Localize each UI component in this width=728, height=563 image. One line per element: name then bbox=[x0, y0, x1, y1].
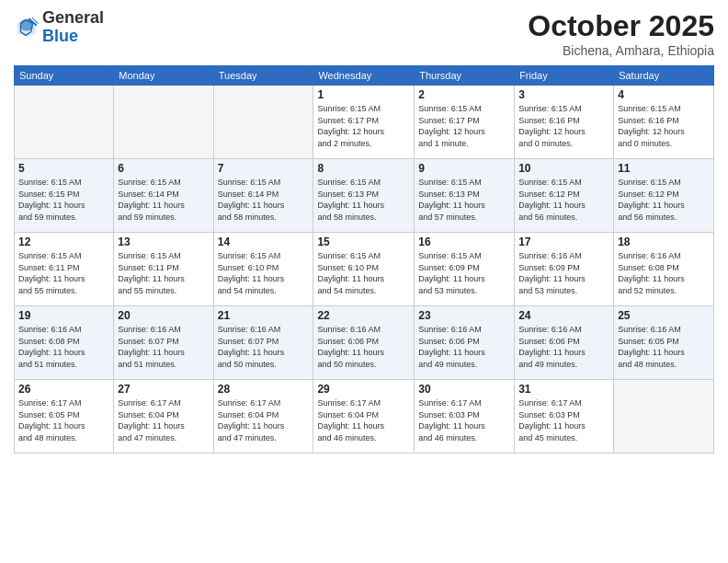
day-info: Sunrise: 6:16 AM Sunset: 6:08 PM Dayligh… bbox=[618, 250, 710, 296]
calendar-cell: 5Sunrise: 6:15 AM Sunset: 6:15 PM Daylig… bbox=[15, 159, 114, 233]
day-info: Sunrise: 6:16 AM Sunset: 6:07 PM Dayligh… bbox=[218, 324, 310, 370]
weekday-header-row: SundayMondayTuesdayWednesdayThursdayFrid… bbox=[15, 66, 714, 86]
day-info: Sunrise: 6:15 AM Sunset: 6:13 PM Dayligh… bbox=[418, 177, 510, 223]
calendar-cell: 12Sunrise: 6:15 AM Sunset: 6:11 PM Dayli… bbox=[15, 233, 114, 306]
calendar-cell: 4Sunrise: 6:15 AM Sunset: 6:16 PM Daylig… bbox=[614, 86, 714, 159]
day-number: 13 bbox=[118, 236, 209, 248]
calendar-cell: 31Sunrise: 6:17 AM Sunset: 6:03 PM Dayli… bbox=[515, 380, 614, 454]
day-info: Sunrise: 6:15 AM Sunset: 6:17 PM Dayligh… bbox=[317, 103, 410, 149]
calendar-cell: 2Sunrise: 6:15 AM Sunset: 6:17 PM Daylig… bbox=[415, 86, 515, 159]
day-info: Sunrise: 6:15 AM Sunset: 6:13 PM Dayligh… bbox=[317, 177, 410, 223]
day-number: 30 bbox=[418, 383, 510, 396]
calendar-cell: 14Sunrise: 6:15 AM Sunset: 6:10 PM Dayli… bbox=[213, 233, 313, 306]
day-number: 23 bbox=[418, 309, 510, 322]
day-number: 31 bbox=[518, 383, 609, 396]
day-info: Sunrise: 6:15 AM Sunset: 6:17 PM Dayligh… bbox=[418, 103, 510, 149]
calendar-cell: 26Sunrise: 6:17 AM Sunset: 6:05 PM Dayli… bbox=[15, 380, 114, 454]
day-info: Sunrise: 6:15 AM Sunset: 6:11 PM Dayligh… bbox=[118, 250, 209, 296]
logo-text: General Blue bbox=[42, 9, 104, 46]
calendar-cell: 24Sunrise: 6:16 AM Sunset: 6:06 PM Dayli… bbox=[515, 306, 614, 380]
calendar-week-3: 12Sunrise: 6:15 AM Sunset: 6:11 PM Dayli… bbox=[15, 233, 714, 306]
day-number: 9 bbox=[418, 162, 510, 175]
calendar-cell: 7Sunrise: 6:15 AM Sunset: 6:14 PM Daylig… bbox=[213, 159, 313, 233]
logo-icon bbox=[14, 15, 40, 40]
day-info: Sunrise: 6:17 AM Sunset: 6:04 PM Dayligh… bbox=[317, 397, 410, 443]
calendar-cell: 1Sunrise: 6:15 AM Sunset: 6:17 PM Daylig… bbox=[313, 86, 415, 159]
calendar-cell: 21Sunrise: 6:16 AM Sunset: 6:07 PM Dayli… bbox=[213, 306, 313, 380]
calendar-cell bbox=[614, 380, 714, 454]
day-info: Sunrise: 6:15 AM Sunset: 6:14 PM Dayligh… bbox=[218, 177, 310, 223]
weekday-header-friday: Friday bbox=[515, 66, 614, 86]
day-info: Sunrise: 6:17 AM Sunset: 6:04 PM Dayligh… bbox=[118, 397, 209, 443]
day-number: 24 bbox=[518, 309, 609, 322]
day-info: Sunrise: 6:16 AM Sunset: 6:09 PM Dayligh… bbox=[518, 250, 609, 296]
calendar-cell: 6Sunrise: 6:15 AM Sunset: 6:14 PM Daylig… bbox=[114, 159, 213, 233]
day-number: 3 bbox=[518, 88, 609, 101]
month-title: October 2025 bbox=[528, 9, 714, 43]
calendar-cell: 20Sunrise: 6:16 AM Sunset: 6:07 PM Dayli… bbox=[114, 306, 213, 380]
day-number: 22 bbox=[317, 309, 410, 322]
calendar-cell: 13Sunrise: 6:15 AM Sunset: 6:11 PM Dayli… bbox=[114, 233, 213, 306]
calendar-week-4: 19Sunrise: 6:16 AM Sunset: 6:08 PM Dayli… bbox=[15, 306, 714, 380]
day-info: Sunrise: 6:16 AM Sunset: 6:06 PM Dayligh… bbox=[418, 324, 510, 370]
location: Bichena, Amhara, Ethiopia bbox=[528, 43, 714, 58]
calendar-body: 1Sunrise: 6:15 AM Sunset: 6:17 PM Daylig… bbox=[15, 86, 714, 454]
calendar-week-5: 26Sunrise: 6:17 AM Sunset: 6:05 PM Dayli… bbox=[15, 380, 714, 454]
day-info: Sunrise: 6:15 AM Sunset: 6:09 PM Dayligh… bbox=[418, 250, 510, 296]
day-number: 18 bbox=[618, 236, 710, 248]
day-number: 19 bbox=[18, 309, 109, 322]
day-number: 11 bbox=[618, 162, 710, 175]
day-number: 16 bbox=[418, 236, 510, 248]
day-number: 15 bbox=[317, 236, 410, 248]
calendar-cell: 27Sunrise: 6:17 AM Sunset: 6:04 PM Dayli… bbox=[114, 380, 213, 454]
calendar-cell bbox=[15, 86, 114, 159]
day-info: Sunrise: 6:15 AM Sunset: 6:10 PM Dayligh… bbox=[317, 250, 410, 296]
calendar-cell: 15Sunrise: 6:15 AM Sunset: 6:10 PM Dayli… bbox=[313, 233, 415, 306]
day-number: 29 bbox=[317, 383, 410, 396]
weekday-header-wednesday: Wednesday bbox=[313, 66, 415, 86]
weekday-header-thursday: Thursday bbox=[415, 66, 515, 86]
day-number: 27 bbox=[118, 383, 209, 396]
day-info: Sunrise: 6:16 AM Sunset: 6:06 PM Dayligh… bbox=[317, 324, 410, 370]
calendar-cell bbox=[114, 86, 213, 159]
logo-general: General bbox=[42, 9, 104, 28]
day-info: Sunrise: 6:17 AM Sunset: 6:03 PM Dayligh… bbox=[418, 397, 510, 443]
weekday-header-sunday: Sunday bbox=[15, 66, 114, 86]
day-info: Sunrise: 6:16 AM Sunset: 6:06 PM Dayligh… bbox=[518, 324, 609, 370]
calendar-cell: 22Sunrise: 6:16 AM Sunset: 6:06 PM Dayli… bbox=[313, 306, 415, 380]
day-number: 25 bbox=[618, 309, 710, 322]
calendar-cell: 30Sunrise: 6:17 AM Sunset: 6:03 PM Dayli… bbox=[415, 380, 515, 454]
title-block: October 2025 Bichena, Amhara, Ethiopia bbox=[528, 9, 714, 58]
day-info: Sunrise: 6:17 AM Sunset: 6:03 PM Dayligh… bbox=[518, 397, 609, 443]
logo: General Blue bbox=[14, 9, 104, 46]
calendar-cell: 28Sunrise: 6:17 AM Sunset: 6:04 PM Dayli… bbox=[213, 380, 313, 454]
calendar-cell: 10Sunrise: 6:15 AM Sunset: 6:12 PM Dayli… bbox=[515, 159, 614, 233]
day-number: 1 bbox=[317, 88, 410, 101]
day-number: 12 bbox=[18, 236, 109, 248]
day-info: Sunrise: 6:15 AM Sunset: 6:16 PM Dayligh… bbox=[618, 103, 710, 149]
weekday-header-saturday: Saturday bbox=[614, 66, 714, 86]
day-info: Sunrise: 6:15 AM Sunset: 6:12 PM Dayligh… bbox=[518, 177, 609, 223]
day-number: 7 bbox=[218, 162, 310, 175]
calendar-week-2: 5Sunrise: 6:15 AM Sunset: 6:15 PM Daylig… bbox=[15, 159, 714, 233]
day-info: Sunrise: 6:15 AM Sunset: 6:12 PM Dayligh… bbox=[618, 177, 710, 223]
day-info: Sunrise: 6:15 AM Sunset: 6:14 PM Dayligh… bbox=[118, 177, 209, 223]
calendar-week-1: 1Sunrise: 6:15 AM Sunset: 6:17 PM Daylig… bbox=[15, 86, 714, 159]
day-number: 6 bbox=[118, 162, 209, 175]
calendar-cell: 8Sunrise: 6:15 AM Sunset: 6:13 PM Daylig… bbox=[313, 159, 415, 233]
day-info: Sunrise: 6:15 AM Sunset: 6:15 PM Dayligh… bbox=[18, 177, 109, 223]
day-number: 17 bbox=[518, 236, 609, 248]
day-info: Sunrise: 6:16 AM Sunset: 6:07 PM Dayligh… bbox=[118, 324, 209, 370]
header: General Blue October 2025 Bichena, Amhar… bbox=[14, 9, 714, 58]
day-info: Sunrise: 6:16 AM Sunset: 6:08 PM Dayligh… bbox=[18, 324, 109, 370]
weekday-header-tuesday: Tuesday bbox=[213, 66, 313, 86]
day-number: 21 bbox=[218, 309, 310, 322]
calendar-cell: 19Sunrise: 6:16 AM Sunset: 6:08 PM Dayli… bbox=[15, 306, 114, 380]
day-number: 20 bbox=[118, 309, 209, 322]
day-number: 28 bbox=[218, 383, 310, 396]
day-info: Sunrise: 6:15 AM Sunset: 6:11 PM Dayligh… bbox=[18, 250, 109, 296]
day-number: 26 bbox=[18, 383, 109, 396]
calendar-cell: 25Sunrise: 6:16 AM Sunset: 6:05 PM Dayli… bbox=[614, 306, 714, 380]
calendar-cell: 29Sunrise: 6:17 AM Sunset: 6:04 PM Dayli… bbox=[313, 380, 415, 454]
calendar-cell: 17Sunrise: 6:16 AM Sunset: 6:09 PM Dayli… bbox=[515, 233, 614, 306]
